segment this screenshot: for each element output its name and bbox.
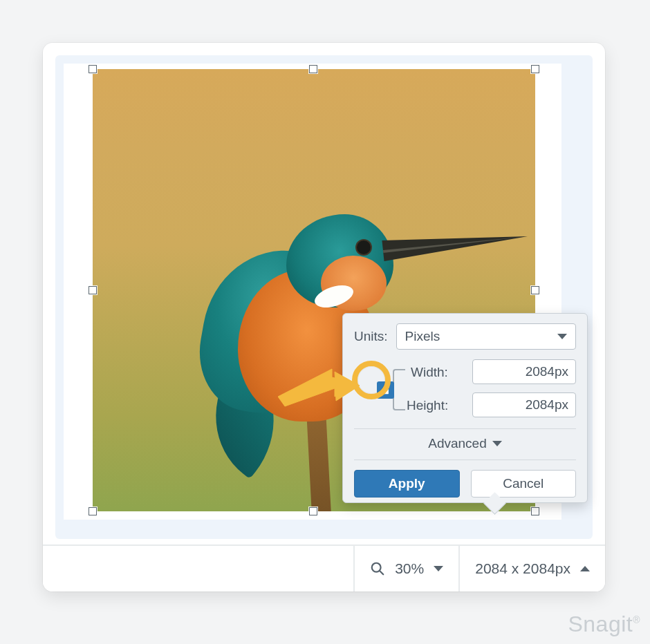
brand-name: Snagit	[568, 612, 633, 636]
status-bar: 30% 2084 x 2084px	[43, 544, 605, 591]
width-input[interactable]	[472, 359, 576, 384]
height-input[interactable]	[472, 392, 576, 417]
chevron-down-icon	[557, 334, 567, 339]
height-label: Height:	[407, 398, 448, 413]
aspect-lock-toggle[interactable]	[373, 378, 397, 401]
cancel-button[interactable]: Cancel	[471, 470, 577, 498]
resize-handle-bottom-center[interactable]	[309, 507, 317, 515]
brand-watermark: Snagit®	[568, 612, 640, 637]
resize-handle-bottom-right[interactable]	[531, 507, 539, 515]
zoom-value: 30%	[395, 560, 424, 577]
width-label: Width:	[411, 365, 448, 380]
resize-handle-top-right[interactable]	[531, 65, 539, 73]
svg-line-1	[380, 571, 383, 574]
resize-handle-top-left[interactable]	[89, 65, 97, 73]
advanced-label: Advanced	[428, 436, 487, 451]
dimensions-control[interactable]: 2084 x 2084px	[458, 546, 605, 591]
cancel-label: Cancel	[503, 476, 544, 491]
dimensions-value: 2084 x 2084px	[475, 560, 570, 577]
resize-handle-middle-right[interactable]	[531, 286, 539, 294]
resize-popup: Units: Pixels Width: Height: Advanced	[342, 313, 588, 503]
resize-handle-middle-left[interactable]	[89, 286, 97, 294]
zoom-control[interactable]: 30%	[353, 546, 458, 591]
apply-label: Apply	[389, 476, 425, 491]
brand-mark: ®	[633, 614, 640, 625]
units-label: Units:	[354, 329, 388, 344]
chevron-down-icon	[492, 441, 502, 446]
resize-handle-top-center[interactable]	[309, 65, 317, 73]
chevron-down-icon	[434, 566, 443, 571]
chevron-up-icon	[580, 566, 590, 571]
units-dropdown[interactable]: Pixels	[396, 323, 576, 350]
advanced-toggle[interactable]: Advanced	[354, 428, 576, 460]
lock-icon	[377, 381, 394, 399]
search-icon	[370, 561, 385, 576]
resize-handle-bottom-left[interactable]	[89, 507, 97, 515]
apply-button[interactable]: Apply	[354, 470, 460, 498]
units-value: Pixels	[405, 329, 440, 344]
